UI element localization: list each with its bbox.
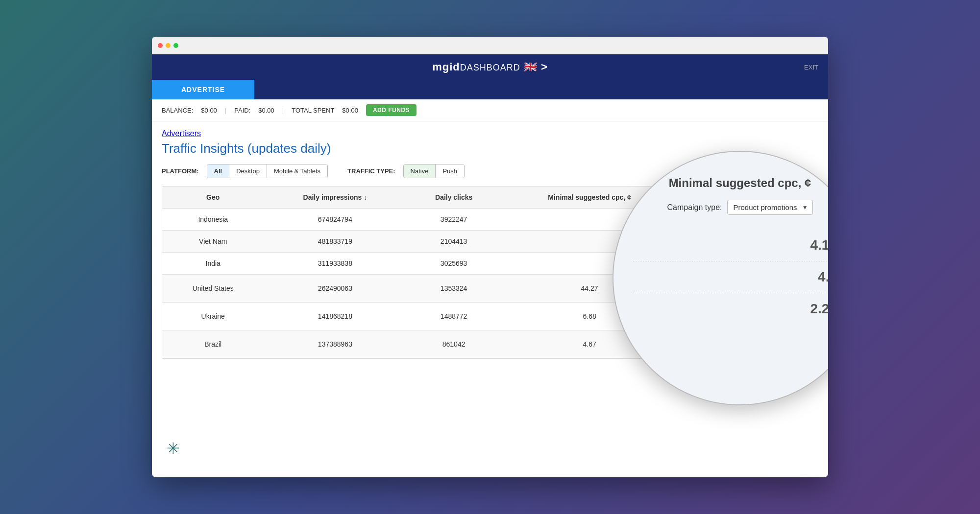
balance-bar: BALANCE: $0.00 | PAID: $0.00 | TOTAL SPE… [152,99,828,121]
star-icon: ✳ [167,439,180,458]
traffic-type-label: TRAFFIC TYPE: [347,167,395,175]
campaign-type-label: Campaign type: [667,203,722,212]
add-funds-button[interactable]: ADD FUNDS [366,104,416,116]
dot-close[interactable] [158,43,163,48]
balance-value: $0.00 [201,107,217,114]
cpc-values: 4.11 4.6 2.21 [633,230,828,325]
campaign-type-select[interactable]: Product promotions Native Push [727,200,813,215]
cell-impressions: 311933838 [264,253,406,275]
browser-window: mgidDASHBOARD 🇬🇧 > EXIT ADVERTISE BALANC… [152,37,828,477]
cell-geo: Indonesia [162,209,264,231]
content-area: Advertisers Traffic Insights (updates da… [152,121,828,367]
cell-impressions: 674824794 [264,209,406,231]
cpc-value-2: 4.6 [633,261,828,293]
browser-dots [158,43,178,48]
logo-mgid: mgid [432,61,460,73]
app-logo: mgidDASHBOARD 🇬🇧 > [432,61,548,73]
cell-clicks: 3922247 [406,209,501,231]
arrow-icon: > [541,61,548,73]
col-header-clicks: Daily clicks [406,187,501,209]
paid-value: $0.00 [258,107,274,114]
paid-label: PAID: [234,107,250,114]
col-header-geo: Geo [162,187,264,209]
cell-geo: Ukraine [162,303,264,330]
cell-geo: Viet Nam [162,231,264,253]
platform-all-btn[interactable]: All [207,164,230,178]
cpc-value-3: 2.21 [633,293,828,325]
col-header-impressions: Daily impressions ↓ [264,187,406,209]
flag-icon: 🇬🇧 [524,61,538,73]
breadcrumb: Advertisers [162,129,818,138]
exit-link[interactable]: EXIT [804,64,818,71]
balance-label: BALANCE: [162,107,193,114]
traffic-push-btn[interactable]: Push [436,164,464,178]
campaign-type-row: Campaign type: Product promotions Native… [667,200,812,215]
total-spent-label: TOTAL SPENT [292,107,334,114]
breadcrumb-link[interactable]: Advertisers [162,129,201,138]
cell-clicks: 2104413 [406,231,501,253]
cell-clicks: 1488772 [406,303,501,330]
platform-label: PLATFORM: [162,167,199,175]
cell-geo: India [162,253,264,275]
dot-maximize[interactable] [173,43,178,48]
cell-impressions: 262490063 [264,275,406,303]
traffic-type-filter-group: Native Push [403,164,465,178]
total-spent-value: $0.00 [342,107,358,114]
traffic-native-btn[interactable]: Native [404,164,436,178]
platform-filter-group: All Desktop Mobile & Tablets [207,164,328,178]
campaign-type-select-wrapper[interactable]: Product promotions Native Push [727,200,813,215]
cell-clicks: 3025693 [406,253,501,275]
cell-impressions: 481833719 [264,231,406,253]
dot-minimize[interactable] [166,43,171,48]
header-right: EXIT [804,64,818,71]
nav-tabs: ADVERTISE [152,80,828,99]
cell-impressions: 141868218 [264,303,406,330]
platform-mobile-btn[interactable]: Mobile & Tablets [267,164,327,178]
cell-geo: Brazil [162,330,264,358]
sep2: | [282,107,284,114]
browser-titlebar [152,37,828,54]
logo-dashboard: DASHBOARD [460,63,520,72]
cell-geo: United States [162,275,264,303]
app-header: mgidDASHBOARD 🇬🇧 > EXIT [152,54,828,80]
sep1: | [225,107,226,114]
cell-impressions: 137388963 [264,330,406,358]
cell-clicks: 1353324 [406,275,501,303]
tab-other[interactable] [254,80,828,99]
cell-clicks: 861042 [406,330,501,358]
popup-title: Minimal suggested cpc, ¢ [669,176,811,190]
tab-advertise[interactable]: ADVERTISE [152,80,254,99]
platform-desktop-btn[interactable]: Desktop [229,164,267,178]
cpc-value-1: 4.11 [633,230,828,261]
